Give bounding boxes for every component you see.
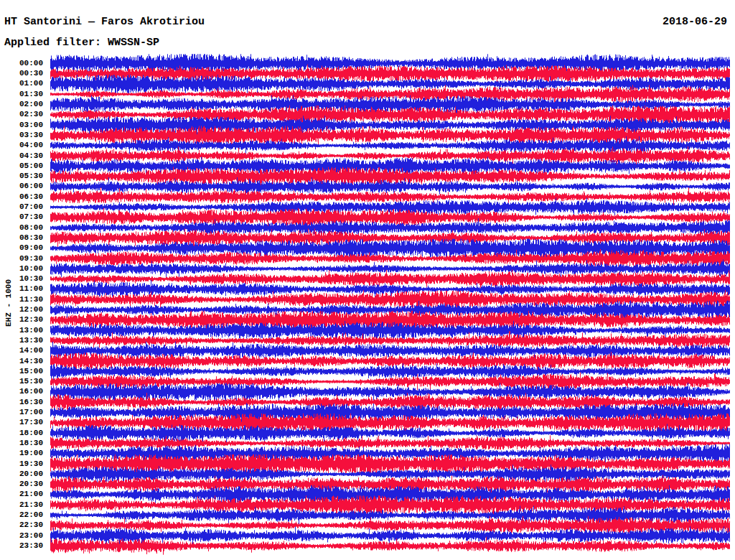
time-label: 13:30 xyxy=(0,337,43,345)
time-label: 23:00 xyxy=(0,532,43,540)
time-label: 22:30 xyxy=(0,521,43,529)
time-label: 08:30 xyxy=(0,234,43,242)
time-label: 19:00 xyxy=(0,449,43,457)
time-label: 21:30 xyxy=(0,501,43,509)
time-label: 02:30 xyxy=(0,111,43,118)
time-label: 21:00 xyxy=(0,490,43,498)
time-label: 17:30 xyxy=(0,419,43,426)
time-label: 04:30 xyxy=(0,152,43,160)
header-date: 2018-06-29 xyxy=(663,16,727,28)
time-label: 17:00 xyxy=(0,409,43,416)
time-scale: 00:0000:3001:0001:3002:0002:3003:0003:30… xyxy=(0,0,43,560)
time-label: 14:30 xyxy=(0,358,43,365)
trace-canvas xyxy=(50,50,730,560)
time-label: 10:30 xyxy=(0,275,43,283)
time-label: 12:00 xyxy=(0,306,43,314)
time-label: 08:00 xyxy=(0,224,43,232)
time-label: 03:30 xyxy=(0,131,43,139)
time-label: 18:00 xyxy=(0,429,43,437)
time-label: 19:30 xyxy=(0,460,43,468)
time-label: 14:00 xyxy=(0,347,43,355)
time-label: 20:00 xyxy=(0,470,43,478)
time-label: 00:30 xyxy=(0,70,43,78)
time-label: 12:30 xyxy=(0,316,43,324)
time-label: 23:30 xyxy=(0,542,43,550)
time-label: 10:00 xyxy=(0,265,43,273)
time-label: 06:30 xyxy=(0,193,43,201)
time-label: 18:30 xyxy=(0,439,43,447)
time-label: 01:30 xyxy=(0,90,43,98)
time-label: 13:00 xyxy=(0,327,43,335)
time-label: 02:00 xyxy=(0,101,43,108)
time-label: 22:00 xyxy=(0,511,43,519)
time-label: 04:00 xyxy=(0,141,43,149)
time-label: 20:30 xyxy=(0,480,43,488)
time-label: 16:30 xyxy=(0,398,43,406)
time-label: 07:00 xyxy=(0,203,43,211)
time-label: 11:30 xyxy=(0,296,43,304)
time-label: 00:00 xyxy=(0,60,43,67)
time-label: 06:00 xyxy=(0,182,43,190)
time-label: 05:00 xyxy=(0,162,43,170)
time-label: 11:00 xyxy=(0,285,43,293)
time-label: 03:00 xyxy=(0,121,43,129)
time-label: 09:00 xyxy=(0,244,43,252)
time-label: 01:00 xyxy=(0,80,43,88)
time-label: 15:00 xyxy=(0,368,43,375)
time-label: 09:30 xyxy=(0,255,43,263)
time-label: 15:30 xyxy=(0,378,43,386)
time-label: 16:00 xyxy=(0,388,43,396)
time-label: 07:30 xyxy=(0,213,43,221)
time-label: 05:30 xyxy=(0,172,43,180)
